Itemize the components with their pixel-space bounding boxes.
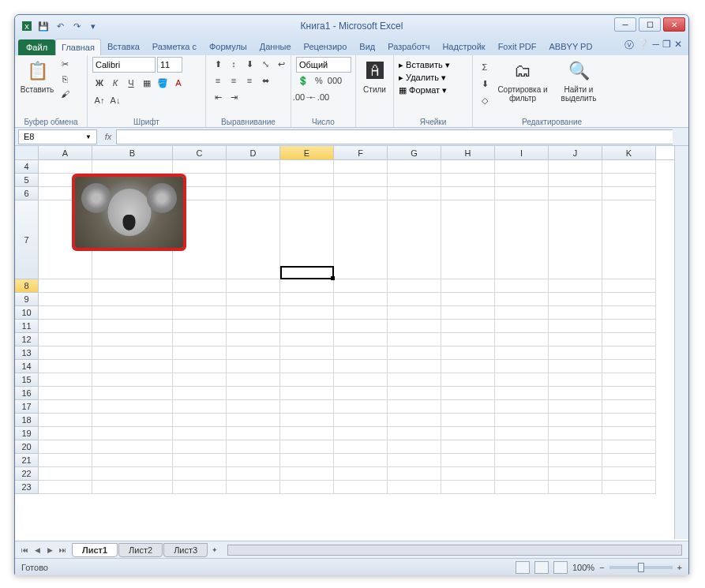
row-header[interactable]: 20 — [15, 440, 39, 454]
sheet-nav-last-icon[interactable]: ⏭ — [56, 546, 69, 554]
cell[interactable] — [334, 320, 388, 333]
cell[interactable] — [173, 346, 227, 360]
cell[interactable] — [280, 427, 334, 440]
cell[interactable] — [549, 346, 602, 360]
percent-icon[interactable]: % — [312, 73, 326, 88]
cell[interactable] — [227, 360, 280, 373]
cell[interactable] — [388, 467, 441, 481]
name-box[interactable]: E8 ▼ — [18, 129, 97, 144]
tab-foxit[interactable]: Foxit PDF — [492, 38, 543, 55]
font-size-select[interactable] — [157, 57, 182, 73]
cell[interactable] — [227, 279, 280, 293]
underline-button[interactable]: Ч — [124, 76, 138, 90]
col-header[interactable]: A — [39, 146, 92, 159]
cell[interactable] — [549, 306, 602, 320]
cell[interactable] — [549, 454, 602, 467]
cell[interactable] — [173, 481, 227, 494]
cell[interactable] — [549, 387, 602, 400]
font-name-select[interactable] — [92, 57, 156, 73]
cell[interactable] — [227, 400, 280, 414]
cell[interactable] — [388, 160, 441, 174]
cell[interactable] — [388, 440, 441, 454]
tab-home[interactable]: Главная — [55, 39, 101, 55]
cell[interactable] — [92, 306, 173, 320]
tab-view[interactable]: Вид — [353, 38, 381, 55]
cell[interactable] — [280, 440, 334, 454]
cell[interactable] — [388, 373, 441, 387]
cell[interactable] — [173, 306, 227, 320]
cell[interactable] — [280, 200, 334, 279]
cell[interactable] — [92, 440, 173, 454]
cell[interactable] — [388, 400, 441, 414]
cell[interactable] — [227, 467, 280, 481]
mdi-minimize-icon[interactable]: ─ — [652, 39, 659, 52]
cell[interactable] — [227, 454, 280, 467]
cell[interactable] — [334, 387, 388, 400]
cell[interactable] — [334, 293, 388, 306]
cell[interactable] — [39, 454, 92, 467]
cell[interactable] — [602, 467, 656, 481]
align-right-icon[interactable]: ≡ — [242, 73, 257, 88]
cell[interactable] — [280, 360, 334, 373]
cell[interactable] — [602, 427, 656, 440]
cell[interactable] — [388, 279, 441, 293]
col-header[interactable]: I — [495, 146, 549, 159]
cell[interactable] — [92, 293, 173, 306]
cell[interactable] — [495, 400, 549, 414]
sheet-nav-prev-icon[interactable]: ◀ — [31, 546, 43, 554]
cell[interactable] — [92, 160, 173, 174]
cell[interactable] — [549, 440, 602, 454]
cell[interactable] — [495, 279, 549, 293]
cell[interactable] — [39, 373, 92, 387]
row-header[interactable]: 11 — [15, 320, 39, 333]
cell[interactable] — [602, 200, 656, 279]
cell[interactable] — [549, 373, 602, 387]
cell[interactable] — [92, 320, 173, 333]
cell[interactable] — [441, 320, 495, 333]
cell[interactable] — [173, 454, 227, 467]
cell[interactable] — [92, 387, 173, 400]
cell[interactable] — [495, 320, 549, 333]
cell[interactable] — [280, 387, 334, 400]
row-header[interactable]: 7 — [15, 200, 39, 279]
col-header[interactable]: J — [549, 146, 602, 159]
worksheet-grid[interactable]: A B C D E F G H I J K 456789101112131415… — [15, 146, 688, 541]
cell[interactable] — [39, 306, 92, 320]
cell[interactable] — [549, 414, 602, 427]
cut-icon[interactable]: ✂ — [58, 57, 72, 71]
row-header[interactable]: 16 — [15, 387, 39, 400]
vertical-scrollbar[interactable] — [674, 146, 688, 539]
cell[interactable] — [495, 187, 549, 200]
cell[interactable] — [549, 360, 602, 373]
mdi-restore-icon[interactable]: ❐ — [662, 39, 671, 52]
cell[interactable] — [227, 160, 280, 174]
row-header[interactable]: 13 — [15, 346, 39, 360]
cell[interactable] — [39, 346, 92, 360]
tab-addins[interactable]: Надстройк — [436, 38, 491, 55]
formula-input[interactable] — [116, 129, 673, 144]
row-header[interactable]: 10 — [15, 306, 39, 320]
cell[interactable] — [441, 400, 495, 414]
cell[interactable] — [495, 360, 549, 373]
cell[interactable] — [388, 333, 441, 346]
sheet-nav-next-icon[interactable]: ▶ — [43, 546, 56, 554]
cell[interactable] — [602, 293, 656, 306]
cell[interactable] — [173, 427, 227, 440]
cell[interactable] — [280, 320, 334, 333]
namebox-dropdown-icon[interactable]: ▼ — [85, 133, 92, 140]
increase-font-icon[interactable]: A↑ — [92, 93, 107, 107]
cell[interactable] — [602, 400, 656, 414]
row-header[interactable]: 19 — [15, 427, 39, 440]
col-header[interactable]: C — [173, 146, 227, 159]
cell[interactable] — [334, 400, 388, 414]
cell[interactable] — [227, 387, 280, 400]
minimize-button[interactable]: ─ — [614, 17, 636, 32]
cell[interactable] — [280, 160, 334, 174]
decrease-decimal-icon[interactable]: ←.00 — [312, 90, 326, 104]
col-header[interactable]: K — [602, 146, 656, 159]
cell[interactable] — [441, 200, 495, 279]
cell[interactable] — [441, 293, 495, 306]
cell[interactable] — [388, 174, 441, 187]
cell[interactable] — [173, 400, 227, 414]
cell[interactable] — [441, 440, 495, 454]
